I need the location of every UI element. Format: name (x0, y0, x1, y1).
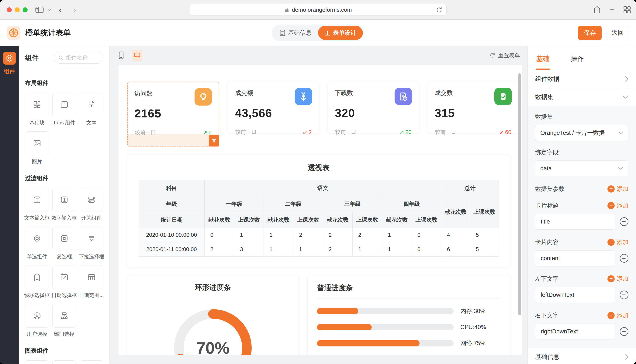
switch-icon (87, 195, 96, 204)
component-tile-user-picker[interactable]: 用户选择 (25, 304, 49, 337)
new-tab-icon[interactable]: + (609, 0, 615, 20)
component-tile-select[interactable]: 下拉选择框 (79, 226, 103, 260)
refresh-icon (490, 52, 496, 58)
browser-window: ‹ › demo.orangeforms.com + 橙单统计表单 (0, 0, 636, 364)
search-icon (58, 55, 64, 60)
tab-basic[interactable]: 基础 (536, 54, 550, 70)
zoom-window-button[interactable] (23, 7, 28, 12)
component-tile-date-picker[interactable]: 日期选择框 (52, 265, 76, 298)
app-logo (7, 26, 21, 40)
mobile-preview-icon[interactable] (117, 51, 125, 60)
reset-form-button[interactable]: 重置表单 (490, 52, 520, 59)
calendar-check-icon (60, 272, 69, 282)
component-tile-checkbox[interactable]: 复选框 (52, 226, 76, 260)
progress-row-cpu: CPU:40% (317, 324, 501, 330)
section-title-chart: 图表组件 (25, 347, 103, 355)
dataset-select[interactable]: OrangeTest / 卡片一数据 (535, 125, 628, 141)
form-design-surface[interactable]: 访问数 2165 较前一日 ↗6 (119, 65, 522, 355)
card-content-field[interactable]: content (535, 250, 615, 266)
close-window-button[interactable] (7, 7, 12, 12)
component-tile-dept-picker[interactable]: 部门选择 (52, 304, 76, 337)
user-icon (32, 311, 42, 320)
bulb-icon (194, 88, 212, 106)
row-basic-info[interactable]: 基础信息 (528, 348, 636, 364)
desktop-preview-button[interactable] (132, 50, 143, 61)
add-card-title-button[interactable]: +添加 (607, 202, 628, 210)
divider (19, 69, 109, 69)
component-tile-number-input[interactable]: 数字输入框 (52, 188, 76, 221)
remove-left-down-button[interactable] (620, 290, 628, 299)
org-tree-icon (60, 311, 69, 320)
forward-button[interactable]: › (73, 0, 76, 20)
add-dataset-param-button[interactable]: +添加 (607, 185, 628, 193)
progress-row-network: 网络:75% (317, 339, 501, 347)
trend-indicator: ↙60 (499, 129, 511, 136)
lock-icon (285, 7, 289, 13)
back-button[interactable]: ‹ (59, 0, 62, 20)
component-tile-cascade[interactable]: 级联选择框 (25, 265, 49, 298)
minimize-window-button[interactable] (15, 7, 20, 12)
ring-percent-label: 70% (173, 308, 253, 355)
component-tile-switch[interactable]: 开关组件 (79, 188, 103, 221)
widget-pivot-table[interactable]: 透视表 科目 语文 总计 年级 (127, 155, 510, 267)
bind-field-select[interactable]: data (535, 160, 628, 176)
rail-item-components[interactable] (3, 52, 16, 64)
remove-card-title-button[interactable] (620, 217, 628, 226)
tab-basic-info[interactable]: 基础信息 (273, 26, 318, 40)
image-icon (32, 138, 42, 148)
traffic-lights[interactable] (7, 7, 28, 12)
add-right-down-button[interactable]: +添加 (607, 312, 628, 320)
component-tile-radio[interactable]: 单选组件 (25, 226, 49, 260)
text-input-icon (32, 195, 42, 204)
component-tile-line-chart[interactable] (25, 360, 49, 364)
back-to-list-button[interactable]: 返回 (606, 26, 629, 40)
component-tile-date-range[interactable]: 日期范围... (79, 265, 103, 298)
app-header: 橙单统计表单 基础信息 表单设计 保存 返回 (0, 20, 636, 46)
components-panel-title: 组件 (25, 53, 39, 62)
widget-ring-progress[interactable]: 环形进度条 70% (127, 276, 299, 355)
component-tile-text[interactable]: 文本 (79, 93, 103, 126)
widget-card-deals[interactable]: 成交数 315 较前一日 ↙60 (428, 82, 519, 133)
checkbox-icon (60, 234, 69, 243)
sidebar-chevron-icon[interactable] (47, 0, 51, 20)
card-title-field[interactable]: title (535, 214, 615, 230)
add-left-down-button[interactable]: +添加 (607, 275, 628, 283)
reload-icon[interactable] (436, 6, 443, 15)
pivot-table: 科目 语文 总计 年级 一年级 二年级 三年级 四年级 (139, 180, 499, 256)
address-bar[interactable]: demo.orangeforms.com (190, 4, 447, 16)
component-search-input[interactable]: 组件名称 (54, 52, 103, 64)
row-component-data[interactable]: 组件数据 (528, 70, 636, 88)
plus-circle-icon: + (607, 312, 615, 319)
dataset-settings-group: 数据集 OrangeTest / 卡片一数据 绑定字段 data 数据集参数 +… (528, 106, 636, 348)
tab-form-design[interactable]: 表单设计 (318, 26, 363, 40)
tab-actions[interactable]: 操作 (570, 54, 584, 70)
tabs-icon (60, 100, 69, 109)
widget-card-downloads[interactable]: 下载数 320 较前一日 ↗20 (328, 82, 419, 133)
hexagon-component-icon (5, 53, 14, 63)
component-tile-tabs[interactable]: Tabs 组件 (52, 93, 76, 126)
chevron-right-icon (625, 76, 628, 82)
component-tile-bar-chart[interactable] (52, 360, 76, 364)
component-tile-pie-chart[interactable] (79, 360, 103, 364)
right-down-text-field[interactable]: rightDownText (535, 324, 615, 340)
widget-card-visits[interactable]: 访问数 2165 较前一日 ↗6 (127, 82, 219, 146)
remove-right-down-button[interactable] (620, 327, 628, 336)
trend-indicator: ↗6 (202, 129, 211, 136)
component-tile-text-input[interactable]: 文本输入框 (25, 188, 49, 221)
widget-progress-bars[interactable]: 普通进度条 内存:30% CPU:40% (308, 276, 510, 355)
save-button[interactable]: 保存 (578, 26, 602, 40)
left-down-text-field[interactable]: leftDownText (535, 287, 615, 303)
canvas-scrollbar[interactable] (518, 73, 521, 315)
sidebar-toggle-icon[interactable] (35, 0, 44, 20)
delete-widget-button[interactable] (209, 135, 219, 146)
add-card-content-button[interactable]: +添加 (607, 238, 628, 246)
tab-overview-icon[interactable] (623, 0, 631, 20)
remove-card-content-button[interactable] (620, 254, 628, 262)
browser-chrome: ‹ › demo.orangeforms.com + (0, 0, 636, 20)
chevron-down-icon (622, 95, 628, 99)
row-dataset-section[interactable]: 数据集 (528, 88, 636, 106)
widget-card-turnover[interactable]: 成交额 43,566 较前一日 ↙2 (228, 82, 319, 133)
component-tile-image[interactable]: 图片 (25, 132, 49, 164)
share-icon[interactable] (593, 0, 601, 20)
component-tile-basic-block[interactable]: 基础块 (25, 93, 49, 126)
